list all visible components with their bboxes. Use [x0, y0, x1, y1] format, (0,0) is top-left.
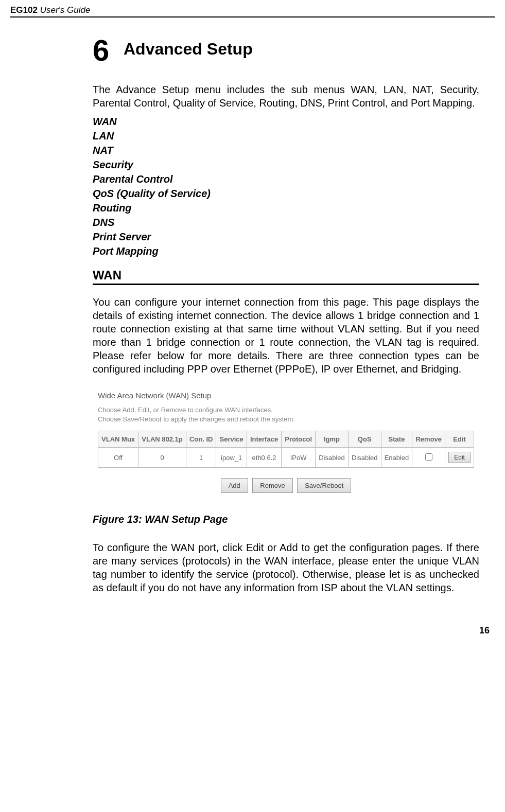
- cell-protocol: IPoW: [282, 448, 316, 468]
- cell-state: Enabled: [381, 448, 412, 468]
- wan-setup-figure: Wide Area Network (WAN) Setup Choose Add…: [93, 386, 479, 498]
- toc-qos: QoS (Quality of Service): [93, 187, 479, 200]
- section-heading-wan: WAN: [93, 268, 479, 285]
- col-state: State: [381, 431, 412, 448]
- col-interface: Interface: [247, 431, 281, 448]
- wan-panel-title: Wide Area Network (WAN) Setup: [98, 391, 474, 400]
- toc-nat: NAT: [93, 144, 479, 157]
- toc-print-server: Print Server: [93, 230, 479, 243]
- cell-vlan-mux: Off: [98, 448, 138, 468]
- button-row: Add Remove Save/Reboot: [98, 478, 474, 493]
- figure-caption: Figure 13: WAN Setup Page: [93, 514, 479, 525]
- col-edit: Edit: [445, 431, 474, 448]
- col-vlan-mux: VLAN Mux: [98, 431, 138, 448]
- wan-instruction-2: Choose Save/Reboot to apply the changes …: [98, 415, 474, 423]
- wan-description-2: To configure the WAN port, click Edit or…: [93, 541, 479, 594]
- chapter-title-text: Advanced Setup: [124, 40, 253, 58]
- cell-igmp: Disabled: [316, 448, 349, 468]
- add-button[interactable]: Add: [221, 478, 248, 493]
- toc-lan: LAN: [93, 129, 479, 143]
- table-row: Off 0 1 ipow_1 eth0.6.2 IPoW Disabled Di…: [98, 448, 474, 468]
- page-number: 16: [10, 625, 495, 636]
- wan-table: VLAN Mux VLAN 802.1p Con. ID Service Int…: [98, 431, 474, 468]
- intro-paragraph: The Advance Setup menu includes the sub …: [93, 83, 479, 110]
- product-name: EG102: [10, 5, 38, 15]
- guide-label: User's Guide: [40, 5, 91, 15]
- cell-service: ipow_1: [216, 448, 247, 468]
- col-remove: Remove: [412, 431, 445, 448]
- wan-setup-panel: Wide Area Network (WAN) Setup Choose Add…: [93, 386, 479, 498]
- header-title: EG102 User's Guide: [10, 5, 90, 15]
- chapter-heading: 6 Advanced Setup: [93, 33, 479, 67]
- toc-wan: WAN: [93, 115, 479, 128]
- cell-con-id: 1: [186, 448, 216, 468]
- page-header: EG102 User's Guide: [10, 5, 495, 17]
- col-con-id: Con. ID: [186, 431, 216, 448]
- col-service: Service: [216, 431, 247, 448]
- toc-dns: DNS: [93, 216, 479, 229]
- remove-button[interactable]: Remove: [252, 478, 292, 493]
- cell-qos: Disabled: [348, 448, 381, 468]
- edit-button[interactable]: Edit: [448, 452, 471, 463]
- cell-remove: [412, 448, 445, 468]
- cell-interface: eth0.6.2: [247, 448, 281, 468]
- wan-instruction-1: Choose Add, Edit, or Remove to configure…: [98, 406, 474, 414]
- col-protocol: Protocol: [282, 431, 316, 448]
- toc-routing: Routing: [93, 201, 479, 215]
- cell-edit: Edit: [445, 448, 474, 468]
- table-header-row: VLAN Mux VLAN 802.1p Con. ID Service Int…: [98, 431, 474, 448]
- toc-security: Security: [93, 158, 479, 171]
- chapter-number: 6: [93, 33, 109, 67]
- cell-vlan-8021p: 0: [138, 448, 186, 468]
- col-qos: QoS: [348, 431, 381, 448]
- remove-checkbox[interactable]: [425, 453, 432, 461]
- save-reboot-button[interactable]: Save/Reboot: [297, 478, 351, 493]
- main-content: 6 Advanced Setup The Advance Setup menu …: [10, 33, 495, 594]
- col-vlan-8021p: VLAN 802.1p: [138, 431, 186, 448]
- wan-description-1: You can configure your internet connecti…: [93, 295, 479, 376]
- toc-parental-control: Parental Control: [93, 172, 479, 186]
- col-igmp: Igmp: [316, 431, 349, 448]
- toc-port-mapping: Port Mapping: [93, 244, 479, 258]
